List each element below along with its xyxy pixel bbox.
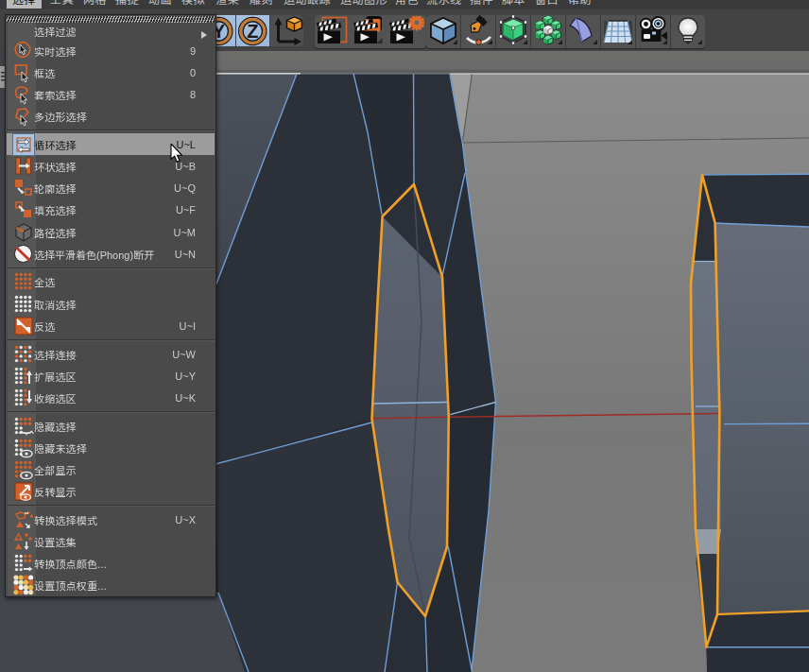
svg-text:Z: Z [247,21,258,42]
